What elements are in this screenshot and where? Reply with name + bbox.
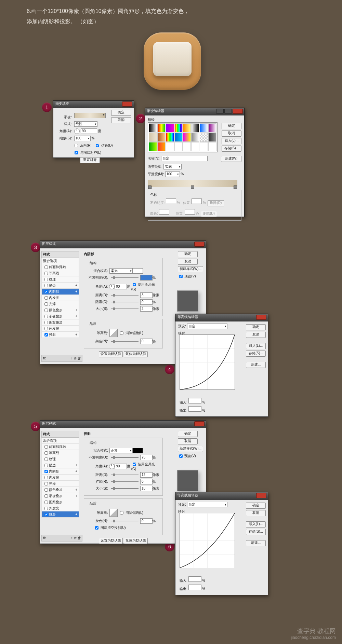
angle-dial[interactable]	[109, 284, 115, 289]
ok-button[interactable]: 确定	[246, 503, 266, 509]
styles-header[interactable]: 样式	[41, 251, 79, 258]
titlebar[interactable]: 等高线编辑器	[175, 314, 268, 321]
input-field[interactable]	[188, 576, 201, 582]
style-gradient-overlay[interactable]: 渐变叠加+	[41, 313, 79, 319]
cancel-button[interactable]: 取消	[178, 259, 198, 265]
size-slider[interactable]	[111, 309, 139, 309]
titlebar[interactable]: 渐变填充	[53, 101, 134, 108]
smoothness-input[interactable]: 100	[165, 172, 180, 177]
gradient-picker[interactable]	[74, 113, 106, 118]
save-button[interactable]: 存储(S)...	[246, 351, 266, 357]
titlebar[interactable]: 等高线编辑器	[175, 492, 268, 500]
style-pattern-overlay[interactable]: 图案叠加	[41, 499, 79, 505]
make-default-button[interactable]: 设置为默认值	[99, 351, 123, 357]
style-blending-options[interactable]: 混合选项	[41, 258, 79, 264]
output-field[interactable]	[188, 406, 201, 412]
size-input[interactable]: 2	[140, 306, 153, 312]
style-texture[interactable]: 纹理	[41, 276, 79, 283]
reset-default-button[interactable]: 复位为默认值	[124, 538, 148, 544]
style-drop-shadow[interactable]: 投影+	[41, 511, 79, 518]
distance-slider[interactable]	[111, 295, 139, 296]
distance-input[interactable]: 12	[140, 472, 153, 478]
ok-button[interactable]: 确定	[178, 431, 198, 437]
style-bevel[interactable]: 斜面和浮雕	[41, 444, 79, 450]
style-satin[interactable]: 光泽	[41, 481, 79, 487]
style-stroke[interactable]: 描边+	[41, 283, 79, 289]
titlebar[interactable]: 图层样式	[40, 421, 206, 428]
spread-slider[interactable]	[111, 481, 139, 482]
cancel-button[interactable]: 取消	[246, 510, 266, 516]
style-inner-shadow[interactable]: 内阴影+	[41, 289, 79, 295]
titlebar[interactable]: 渐变编辑器	[145, 108, 244, 115]
cancel-button[interactable]: 取消	[222, 131, 241, 137]
opacity-input[interactable]	[140, 275, 153, 280]
new-button[interactable]: 新建...	[246, 540, 266, 546]
knockout-checkbox[interactable]: 图层挖空投影(U)	[94, 525, 126, 531]
distance-slider[interactable]	[111, 475, 139, 475]
dither-checkbox[interactable]: 仿色(D)	[94, 143, 113, 147]
style-blending-options[interactable]: 混合选项	[41, 438, 79, 444]
cancel-button[interactable]: 取消	[178, 438, 198, 444]
color-swatch[interactable]	[133, 448, 143, 453]
titlebar[interactable]: 图层样式	[40, 241, 206, 248]
minimize-icon[interactable]	[216, 109, 224, 114]
global-light-checkbox[interactable]: 使用全局光(G)	[131, 282, 160, 291]
angle-dial[interactable]	[74, 128, 80, 134]
close-icon[interactable]	[233, 109, 243, 114]
ok-button[interactable]: 确定	[178, 251, 198, 257]
style-stroke[interactable]: 描边+	[41, 462, 79, 468]
style-contour[interactable]: 等高线	[41, 450, 79, 456]
fx-footer[interactable]: fx↕ ⊕ 🗑	[41, 535, 82, 542]
reset-default-button[interactable]: 复位为默认值	[124, 351, 148, 357]
load-button[interactable]: 载入(L)...	[246, 521, 266, 527]
opacity-slider[interactable]	[111, 457, 139, 458]
style-inner-glow[interactable]: 内发光	[41, 475, 79, 481]
make-default-button[interactable]: 设置为默认值	[99, 538, 123, 544]
style-outer-glow[interactable]: 外发光	[41, 326, 79, 332]
angle-input[interactable]: 90	[81, 128, 97, 134]
contour-curve[interactable]	[180, 334, 235, 390]
gradient-presets-grid[interactable]	[148, 122, 218, 152]
style-bevel[interactable]: 斜面和浮雕	[41, 264, 79, 270]
angle-dial[interactable]	[109, 464, 115, 469]
close-icon[interactable]	[194, 421, 205, 426]
angle-input[interactable]: 90	[115, 464, 127, 469]
close-icon[interactable]	[256, 493, 266, 498]
name-input[interactable]: 自定	[161, 156, 208, 161]
style-inner-glow[interactable]: 内发光	[41, 295, 79, 301]
close-icon[interactable]	[122, 101, 132, 107]
maximize-icon[interactable]	[224, 109, 232, 114]
opacity-slider[interactable]	[111, 277, 139, 278]
load-button[interactable]: 载入(L)...	[222, 138, 241, 144]
cancel-button[interactable]: 取消	[246, 332, 266, 338]
size-slider[interactable]	[111, 488, 139, 489]
close-icon[interactable]	[256, 315, 266, 320]
ok-button[interactable]: 确定	[222, 123, 241, 129]
styles-header[interactable]: 样式	[41, 431, 79, 438]
new-button[interactable]: 新建...	[246, 362, 266, 368]
color-swatch[interactable]	[133, 268, 143, 274]
noise-slider[interactable]	[111, 521, 139, 521]
choke-slider[interactable]	[111, 302, 139, 302]
anti-alias-checkbox[interactable]: 消除锯齿(L)	[119, 510, 143, 516]
contour-curve[interactable]	[180, 513, 235, 568]
preset-select[interactable]: 自定	[187, 324, 227, 329]
save-button[interactable]: 存储(S)...	[246, 529, 266, 535]
new-style-button[interactable]: 新建样式(W)...	[178, 446, 203, 452]
style-color-overlay[interactable]: 颜色叠加+	[41, 487, 79, 493]
noise-input[interactable]: 0	[140, 339, 153, 344]
preview-checkbox[interactable]: 预览(V)	[178, 274, 196, 278]
style-gradient-overlay[interactable]: 渐变叠加+	[41, 493, 79, 499]
gradient-bar[interactable]	[148, 180, 237, 187]
blend-mode-select[interactable]: 柔光	[109, 268, 133, 274]
contour-picker[interactable]	[109, 329, 118, 337]
preset-select[interactable]: 自定	[187, 502, 227, 507]
cancel-button[interactable]: 取消	[111, 117, 131, 123]
preview-checkbox[interactable]: 预览(V)	[178, 454, 196, 458]
size-input[interactable]: 18	[140, 486, 153, 491]
load-button[interactable]: 载入(L)...	[246, 343, 266, 349]
blend-mode-select[interactable]: 正常	[109, 448, 133, 453]
style-satin[interactable]: 光泽	[41, 301, 79, 307]
spread-input[interactable]: 0	[140, 479, 153, 484]
style-pattern-overlay[interactable]: 图案叠加	[41, 319, 79, 326]
